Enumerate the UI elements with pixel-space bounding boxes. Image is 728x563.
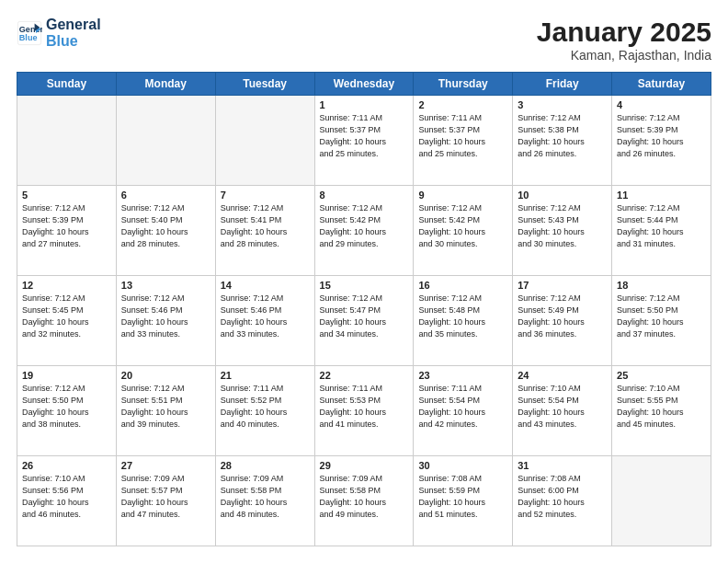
calendar-cell: 8Sunrise: 7:12 AMSunset: 5:42 PMDaylight… xyxy=(314,186,414,276)
day-info: Sunrise: 7:09 AMSunset: 5:58 PMDaylight:… xyxy=(221,473,310,521)
weekday-header-cell: Saturday xyxy=(612,73,711,96)
day-info: Sunrise: 7:12 AMSunset: 5:42 PMDaylight:… xyxy=(320,202,409,250)
weekday-header-cell: Wednesday xyxy=(314,73,414,96)
day-info: Sunrise: 7:12 AMSunset: 5:47 PMDaylight:… xyxy=(320,293,409,340)
calendar-cell: 29Sunrise: 7:09 AMSunset: 5:58 PMDayligh… xyxy=(314,456,414,546)
day-info: Sunrise: 7:08 AMSunset: 5:59 PMDaylight:… xyxy=(418,473,507,521)
day-info: Sunrise: 7:12 AMSunset: 5:45 PMDaylight:… xyxy=(22,293,111,340)
day-number: 14 xyxy=(221,280,310,291)
calendar-cell: 5Sunrise: 7:12 AMSunset: 5:39 PMDaylight… xyxy=(17,186,117,276)
day-info: Sunrise: 7:11 AMSunset: 5:37 PMDaylight:… xyxy=(320,112,409,160)
week-row: 5Sunrise: 7:12 AMSunset: 5:39 PMDaylight… xyxy=(17,186,711,276)
day-number: 17 xyxy=(518,280,607,291)
day-info: Sunrise: 7:12 AMSunset: 5:42 PMDaylight:… xyxy=(418,202,507,250)
logo-icon: General Blue xyxy=(17,20,42,46)
page: General Blue General Blue January 2025 K… xyxy=(0,0,728,563)
day-number: 27 xyxy=(121,460,210,471)
calendar-cell: 19Sunrise: 7:12 AMSunset: 5:50 PMDayligh… xyxy=(17,366,117,456)
day-number: 29 xyxy=(320,460,409,471)
day-info: Sunrise: 7:10 AMSunset: 5:55 PMDaylight:… xyxy=(617,383,706,431)
day-info: Sunrise: 7:12 AMSunset: 5:51 PMDaylight:… xyxy=(121,383,210,431)
day-number: 16 xyxy=(418,280,507,291)
day-info: Sunrise: 7:12 AMSunset: 5:46 PMDaylight:… xyxy=(221,293,310,340)
day-number: 3 xyxy=(518,99,607,110)
calendar-cell: 22Sunrise: 7:11 AMSunset: 5:53 PMDayligh… xyxy=(314,366,414,456)
day-number: 18 xyxy=(617,280,706,291)
day-number: 2 xyxy=(418,99,507,110)
calendar-cell xyxy=(17,96,117,186)
day-number: 10 xyxy=(518,190,607,201)
weekday-header-cell: Monday xyxy=(116,73,215,96)
calendar-cell xyxy=(612,456,711,546)
calendar-cell: 17Sunrise: 7:12 AMSunset: 5:49 PMDayligh… xyxy=(513,276,612,366)
weekday-header-cell: Thursday xyxy=(414,73,513,96)
calendar-cell: 11Sunrise: 7:12 AMSunset: 5:44 PMDayligh… xyxy=(612,186,711,276)
day-info: Sunrise: 7:12 AMSunset: 5:50 PMDaylight:… xyxy=(617,293,706,340)
header: General Blue General Blue January 2025 K… xyxy=(17,17,711,63)
day-number: 1 xyxy=(320,99,409,110)
day-number: 15 xyxy=(320,280,409,291)
title-section: January 2025 Kaman, Rajasthan, India xyxy=(537,17,711,63)
calendar-cell: 9Sunrise: 7:12 AMSunset: 5:42 PMDaylight… xyxy=(414,186,513,276)
day-number: 8 xyxy=(320,190,409,201)
day-info: Sunrise: 7:08 AMSunset: 6:00 PMDaylight:… xyxy=(518,473,607,521)
day-info: Sunrise: 7:10 AMSunset: 5:56 PMDaylight:… xyxy=(22,473,111,521)
day-info: Sunrise: 7:10 AMSunset: 5:54 PMDaylight:… xyxy=(518,383,607,431)
calendar-cell: 24Sunrise: 7:10 AMSunset: 5:54 PMDayligh… xyxy=(513,366,612,456)
calendar-cell: 16Sunrise: 7:12 AMSunset: 5:48 PMDayligh… xyxy=(414,276,513,366)
calendar-cell: 27Sunrise: 7:09 AMSunset: 5:57 PMDayligh… xyxy=(116,456,215,546)
day-info: Sunrise: 7:12 AMSunset: 5:41 PMDaylight:… xyxy=(221,202,310,250)
day-number: 20 xyxy=(121,370,210,381)
day-info: Sunrise: 7:12 AMSunset: 5:39 PMDaylight:… xyxy=(22,202,111,250)
day-info: Sunrise: 7:11 AMSunset: 5:53 PMDaylight:… xyxy=(320,383,409,431)
calendar-cell: 14Sunrise: 7:12 AMSunset: 5:46 PMDayligh… xyxy=(215,276,314,366)
calendar-body: 1Sunrise: 7:11 AMSunset: 5:37 PMDaylight… xyxy=(17,96,711,546)
day-number: 30 xyxy=(418,460,507,471)
week-row: 26Sunrise: 7:10 AMSunset: 5:56 PMDayligh… xyxy=(17,456,711,546)
calendar-cell: 20Sunrise: 7:12 AMSunset: 5:51 PMDayligh… xyxy=(116,366,215,456)
weekday-header-cell: Tuesday xyxy=(215,73,314,96)
calendar-cell: 2Sunrise: 7:11 AMSunset: 5:37 PMDaylight… xyxy=(414,96,513,186)
day-number: 11 xyxy=(617,190,706,201)
week-row: 1Sunrise: 7:11 AMSunset: 5:37 PMDaylight… xyxy=(17,96,711,186)
calendar-cell: 12Sunrise: 7:12 AMSunset: 5:45 PMDayligh… xyxy=(17,276,117,366)
day-info: Sunrise: 7:12 AMSunset: 5:44 PMDaylight:… xyxy=(617,202,706,250)
day-info: Sunrise: 7:11 AMSunset: 5:54 PMDaylight:… xyxy=(418,383,507,431)
day-info: Sunrise: 7:09 AMSunset: 5:58 PMDaylight:… xyxy=(320,473,409,521)
day-number: 9 xyxy=(418,190,507,201)
day-number: 25 xyxy=(617,370,706,381)
calendar-cell: 23Sunrise: 7:11 AMSunset: 5:54 PMDayligh… xyxy=(414,366,513,456)
calendar-cell: 13Sunrise: 7:12 AMSunset: 5:46 PMDayligh… xyxy=(116,276,215,366)
day-number: 12 xyxy=(22,280,111,291)
weekday-header-row: SundayMondayTuesdayWednesdayThursdayFrid… xyxy=(17,73,711,96)
calendar-cell xyxy=(116,96,215,186)
calendar-cell xyxy=(215,96,314,186)
calendar-cell: 10Sunrise: 7:12 AMSunset: 5:43 PMDayligh… xyxy=(513,186,612,276)
day-number: 5 xyxy=(22,190,111,201)
day-number: 22 xyxy=(320,370,409,381)
calendar-cell: 28Sunrise: 7:09 AMSunset: 5:58 PMDayligh… xyxy=(215,456,314,546)
calendar-cell: 31Sunrise: 7:08 AMSunset: 6:00 PMDayligh… xyxy=(513,456,612,546)
calendar-cell: 26Sunrise: 7:10 AMSunset: 5:56 PMDayligh… xyxy=(17,456,117,546)
day-number: 31 xyxy=(518,460,607,471)
weekday-header-cell: Friday xyxy=(513,73,612,96)
svg-text:Blue: Blue xyxy=(19,34,38,43)
day-info: Sunrise: 7:12 AMSunset: 5:38 PMDaylight:… xyxy=(518,112,607,160)
day-number: 26 xyxy=(22,460,111,471)
calendar-cell: 7Sunrise: 7:12 AMSunset: 5:41 PMDaylight… xyxy=(215,186,314,276)
calendar-cell: 25Sunrise: 7:10 AMSunset: 5:55 PMDayligh… xyxy=(612,366,711,456)
calendar-cell: 4Sunrise: 7:12 AMSunset: 5:39 PMDaylight… xyxy=(612,96,711,186)
day-number: 23 xyxy=(418,370,507,381)
day-info: Sunrise: 7:12 AMSunset: 5:39 PMDaylight:… xyxy=(617,112,706,160)
day-info: Sunrise: 7:12 AMSunset: 5:46 PMDaylight:… xyxy=(121,293,210,340)
day-number: 24 xyxy=(518,370,607,381)
day-number: 19 xyxy=(22,370,111,381)
logo: General Blue General Blue xyxy=(17,17,101,51)
location: Kaman, Rajasthan, India xyxy=(537,48,711,63)
day-number: 6 xyxy=(121,190,210,201)
calendar-cell: 21Sunrise: 7:11 AMSunset: 5:52 PMDayligh… xyxy=(215,366,314,456)
week-row: 12Sunrise: 7:12 AMSunset: 5:45 PMDayligh… xyxy=(17,276,711,366)
logo-text: General Blue xyxy=(46,17,101,51)
calendar-cell: 18Sunrise: 7:12 AMSunset: 5:50 PMDayligh… xyxy=(612,276,711,366)
day-number: 13 xyxy=(121,280,210,291)
